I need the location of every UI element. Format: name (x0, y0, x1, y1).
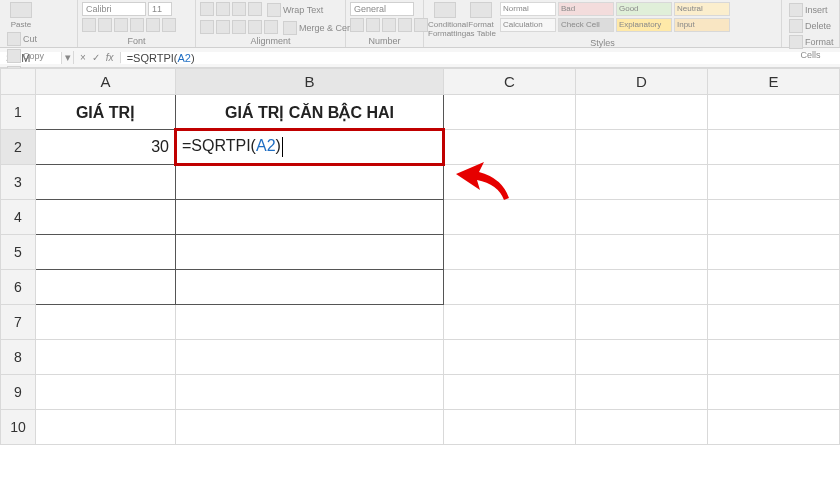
cell-D9[interactable] (576, 375, 708, 410)
cell-A3[interactable] (36, 165, 176, 200)
cell-B2[interactable]: =SQRTPI(A2) (176, 130, 444, 165)
underline-button[interactable] (114, 18, 128, 32)
cell-B9[interactable] (176, 375, 444, 410)
cell-E5[interactable] (708, 235, 840, 270)
cell-C5[interactable] (444, 235, 576, 270)
cell-E10[interactable] (708, 410, 840, 445)
style-check-cell[interactable]: Check Cell (558, 18, 614, 32)
col-header-B[interactable]: B (176, 69, 444, 95)
comma-button[interactable] (382, 18, 396, 32)
cell-A10[interactable] (36, 410, 176, 445)
format-as-table-button[interactable]: Format as Table (464, 2, 498, 38)
col-header-D[interactable]: D (576, 69, 708, 95)
inc-decimal-button[interactable] (398, 18, 412, 32)
cell-B8[interactable] (176, 340, 444, 375)
cell-D10[interactable] (576, 410, 708, 445)
copy-button[interactable]: Copy (4, 48, 86, 64)
cell-styles-gallery[interactable]: Normal Bad Good Neutral Calculation Chec… (500, 2, 730, 32)
currency-button[interactable] (350, 18, 364, 32)
font-color-button[interactable] (162, 18, 176, 32)
cell-A7[interactable] (36, 305, 176, 340)
italic-button[interactable] (98, 18, 112, 32)
cell-A6[interactable] (36, 270, 176, 305)
cell-D7[interactable] (576, 305, 708, 340)
align-right-button[interactable] (232, 20, 246, 34)
insert-cells-button[interactable]: Insert (786, 2, 831, 18)
cell-B1[interactable]: GIÁ TRỊ CĂN BẬC HAI (176, 95, 444, 130)
indent-dec-button[interactable] (248, 20, 262, 34)
cell-D8[interactable] (576, 340, 708, 375)
bold-button[interactable] (82, 18, 96, 32)
indent-inc-button[interactable] (264, 20, 278, 34)
cell-E4[interactable] (708, 200, 840, 235)
cell-C1[interactable] (444, 95, 576, 130)
style-normal[interactable]: Normal (500, 2, 556, 16)
cell-A5[interactable] (36, 235, 176, 270)
cell-D5[interactable] (576, 235, 708, 270)
col-header-A[interactable]: A (36, 69, 176, 95)
col-header-C[interactable]: C (444, 69, 576, 95)
align-left-button[interactable] (200, 20, 214, 34)
cell-D6[interactable] (576, 270, 708, 305)
cell-E7[interactable] (708, 305, 840, 340)
cell-B4[interactable] (176, 200, 444, 235)
cell-E9[interactable] (708, 375, 840, 410)
cut-button[interactable]: Cut (4, 31, 86, 47)
style-bad[interactable]: Bad (558, 2, 614, 16)
fx-button[interactable]: fx (106, 52, 114, 63)
percent-button[interactable] (366, 18, 380, 32)
cell-C7[interactable] (444, 305, 576, 340)
delete-cells-button[interactable]: Delete (786, 18, 834, 34)
cell-A4[interactable] (36, 200, 176, 235)
row-header-6[interactable]: 6 (1, 270, 36, 305)
row-header-8[interactable]: 8 (1, 340, 36, 375)
cell-C9[interactable] (444, 375, 576, 410)
worksheet-area[interactable]: A B C D E 1 GIÁ TRỊ GIÁ TRỊ CĂN BẬC HAI (0, 68, 840, 500)
cell-C10[interactable] (444, 410, 576, 445)
align-bottom-button[interactable] (232, 2, 246, 16)
cell-D3[interactable] (576, 165, 708, 200)
format-cells-button[interactable]: Format (786, 34, 837, 50)
row-header-3[interactable]: 3 (1, 165, 36, 200)
cell-C8[interactable] (444, 340, 576, 375)
style-input[interactable]: Input (674, 18, 730, 32)
cell-C6[interactable] (444, 270, 576, 305)
cell-E2[interactable] (708, 130, 840, 165)
cell-D1[interactable] (576, 95, 708, 130)
style-explanatory[interactable]: Explanatory (616, 18, 672, 32)
border-button[interactable] (130, 18, 144, 32)
row-header-4[interactable]: 4 (1, 200, 36, 235)
row-header-2[interactable]: 2 (1, 130, 36, 165)
style-calculation[interactable]: Calculation (500, 18, 556, 32)
paste-button[interactable]: Paste (4, 2, 38, 29)
col-header-E[interactable]: E (708, 69, 840, 95)
row-header-10[interactable]: 10 (1, 410, 36, 445)
cell-B5[interactable] (176, 235, 444, 270)
formula-input[interactable]: =SQRTPI(A2) (121, 52, 840, 64)
fill-color-button[interactable] (146, 18, 160, 32)
number-format-combo[interactable]: General (350, 2, 414, 16)
style-good[interactable]: Good (616, 2, 672, 16)
cell-A8[interactable] (36, 340, 176, 375)
cell-E6[interactable] (708, 270, 840, 305)
cell-E1[interactable] (708, 95, 840, 130)
cell-E3[interactable] (708, 165, 840, 200)
select-all-button[interactable] (1, 69, 36, 95)
align-center-button[interactable] (216, 20, 230, 34)
conditional-formatting-button[interactable]: Conditional Formatting (428, 2, 462, 38)
cell-B10[interactable] (176, 410, 444, 445)
row-header-1[interactable]: 1 (1, 95, 36, 130)
cell-A9[interactable] (36, 375, 176, 410)
style-neutral[interactable]: Neutral (674, 2, 730, 16)
cell-D4[interactable] (576, 200, 708, 235)
orientation-button[interactable] (248, 2, 262, 16)
formula-enter-button[interactable]: ✓ (92, 52, 100, 63)
cell-B3[interactable] (176, 165, 444, 200)
cell-E8[interactable] (708, 340, 840, 375)
row-header-7[interactable]: 7 (1, 305, 36, 340)
font-size-combo[interactable]: 11 (148, 2, 172, 16)
align-top-button[interactable] (200, 2, 214, 16)
font-name-combo[interactable]: Calibri (82, 2, 146, 16)
row-header-5[interactable]: 5 (1, 235, 36, 270)
cell-A1[interactable]: GIÁ TRỊ (36, 95, 176, 130)
